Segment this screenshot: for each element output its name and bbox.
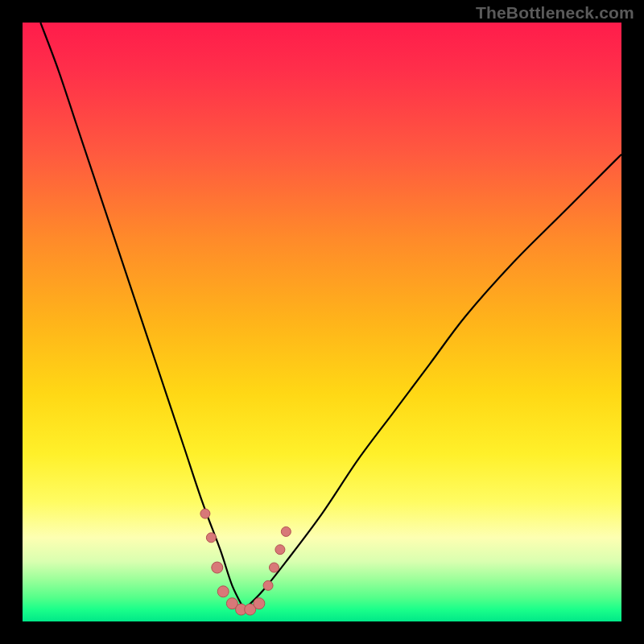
trough-marker xyxy=(212,562,223,573)
plot-area xyxy=(23,23,621,621)
right-curve xyxy=(244,155,621,609)
trough-marker xyxy=(206,533,216,543)
trough-marker xyxy=(263,580,273,590)
left-curve xyxy=(40,23,244,609)
curve-layer xyxy=(23,23,621,621)
trough-marker xyxy=(269,563,279,572)
trough-markers xyxy=(200,509,291,615)
trough-marker xyxy=(281,526,291,536)
watermark-text: TheBottleneck.com xyxy=(476,3,634,23)
trough-marker xyxy=(200,509,210,518)
trough-marker xyxy=(275,545,285,555)
trough-marker xyxy=(254,598,265,609)
trough-marker xyxy=(217,586,229,597)
chart-frame: TheBottleneck.com xyxy=(0,0,644,644)
